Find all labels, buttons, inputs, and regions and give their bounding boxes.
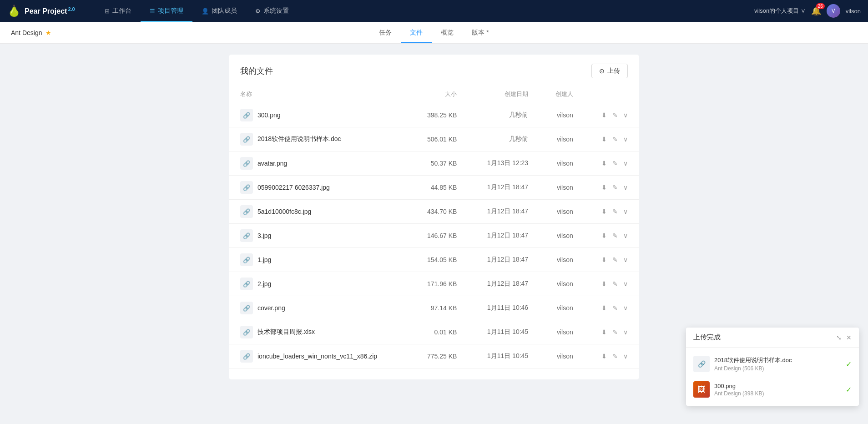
file-name-cell: 🔗 300.png xyxy=(229,103,409,127)
file-size: 775.25 KB xyxy=(409,344,468,368)
more-icon[interactable]: ∨ xyxy=(623,111,628,119)
nav-project[interactable]: ☰ 项目管理 xyxy=(141,0,192,22)
nav-team[interactable]: 👤 团队成员 xyxy=(192,0,246,22)
file-date: 1月11日 10:45 xyxy=(468,320,539,344)
file-type-icon: 🔗 xyxy=(240,229,253,242)
edit-icon[interactable]: ✎ xyxy=(612,184,618,191)
file-name-cell: 🔗 1.jpg xyxy=(229,248,409,272)
upload-item: 🖼 300.png Ant Design (398 KB) ✓ xyxy=(686,377,859,402)
download-icon[interactable]: ⬇ xyxy=(601,280,607,288)
file-date: 1月12日 18:47 xyxy=(468,224,539,248)
file-creator: vilson xyxy=(539,151,584,176)
download-icon[interactable]: ⬇ xyxy=(601,136,607,143)
table-row: 🔗 1.jpg 154.05 KB 1月12日 18:47 vilson ⬇ ✎… xyxy=(229,248,639,272)
file-name-cell: 🔗 avatar.png xyxy=(229,151,409,176)
more-icon[interactable]: ∨ xyxy=(623,280,628,288)
tab-task[interactable]: 任务 xyxy=(370,22,401,43)
file-date: 几秒前 xyxy=(468,103,539,127)
download-icon[interactable]: ⬇ xyxy=(601,111,607,119)
more-icon[interactable]: ∨ xyxy=(623,184,628,191)
file-name-cell: 🔗 2.jpg xyxy=(229,272,409,296)
download-icon[interactable]: ⬇ xyxy=(601,353,607,360)
file-creator: vilson xyxy=(539,127,584,151)
nav-right: vilson的个人项目 ∨ 🔔 26 V vilson xyxy=(747,4,868,18)
file-name[interactable]: 2.jpg xyxy=(257,280,271,288)
nav-workbench[interactable]: ⊞ 工作台 xyxy=(96,0,141,22)
star-icon[interactable]: ★ xyxy=(45,29,51,36)
tab-overview[interactable]: 概览 xyxy=(432,22,463,43)
table-row: 🔗 cover.png 97.14 KB 1月11日 10:46 vilson … xyxy=(229,296,639,320)
file-date: 几秒前 xyxy=(468,127,539,151)
edit-icon[interactable]: ✎ xyxy=(612,232,618,239)
file-creator: vilson xyxy=(539,344,584,368)
download-icon[interactable]: ⬇ xyxy=(601,184,607,191)
upload-check-icon: ✓ xyxy=(846,360,852,368)
tab-group: 任务 文件 概览 版本 * xyxy=(370,22,498,43)
file-date: 1月12日 18:47 xyxy=(468,176,539,200)
download-icon[interactable]: ⬇ xyxy=(601,160,607,167)
file-name[interactable]: 300.png xyxy=(257,111,281,119)
user-project-selector[interactable]: vilson的个人项目 ∨ xyxy=(754,7,806,15)
notification-badge: 26 xyxy=(816,3,825,9)
more-icon[interactable]: ∨ xyxy=(623,232,628,239)
download-icon[interactable]: ⬇ xyxy=(601,304,607,312)
close-icon[interactable]: ✕ xyxy=(846,334,852,341)
file-name[interactable]: 5a1d10000fc8c.jpg xyxy=(257,208,311,215)
file-creator: vilson xyxy=(539,200,584,224)
table-header-row: 名称 大小 创建日期 创建人 xyxy=(229,86,639,103)
more-icon[interactable]: ∨ xyxy=(623,208,628,215)
edit-icon[interactable]: ✎ xyxy=(612,208,618,215)
more-icon[interactable]: ∨ xyxy=(623,136,628,143)
upload-file-icon: 🔗 xyxy=(693,356,710,372)
download-icon[interactable]: ⬇ xyxy=(601,328,607,336)
file-type-icon: 🔗 xyxy=(240,302,253,314)
download-icon[interactable]: ⬇ xyxy=(601,232,607,239)
more-icon[interactable]: ∨ xyxy=(623,160,628,167)
file-name[interactable]: avatar.png xyxy=(257,160,287,167)
file-name[interactable]: cover.png xyxy=(257,304,285,312)
file-name[interactable]: ioncube_loaders_win_nonts_vc11_x86.zip xyxy=(257,353,377,360)
edit-icon[interactable]: ✎ xyxy=(612,304,618,312)
more-icon[interactable]: ∨ xyxy=(623,304,628,312)
file-type-icon: 🔗 xyxy=(240,326,253,338)
project-name: Ant Design xyxy=(11,29,42,36)
file-name[interactable]: 3.jpg xyxy=(257,232,271,239)
edit-icon[interactable]: ✎ xyxy=(612,111,618,119)
file-name-cell: 🔗 ioncube_loaders_win_nonts_vc11_x86.zip xyxy=(229,344,409,368)
file-creator: vilson xyxy=(539,296,584,320)
user-avatar[interactable]: V xyxy=(827,4,840,18)
file-creator: vilson xyxy=(539,248,584,272)
file-creator: vilson xyxy=(539,224,584,248)
edit-icon[interactable]: ✎ xyxy=(612,136,618,143)
file-name[interactable]: 0599002217 6026337.jpg xyxy=(257,184,330,191)
upload-button[interactable]: ⊙ 上传 xyxy=(591,64,628,78)
tab-task-label: 任务 xyxy=(379,29,392,37)
edit-icon[interactable]: ✎ xyxy=(612,353,618,360)
file-size: 154.05 KB xyxy=(409,248,468,272)
file-type-icon: 🔗 xyxy=(240,253,253,266)
minimize-icon[interactable]: ⤡ xyxy=(836,334,842,341)
nav-settings[interactable]: ⚙ 系统设置 xyxy=(246,0,298,22)
tab-version[interactable]: 版本 * xyxy=(463,22,498,43)
file-size: 171.96 KB xyxy=(409,272,468,296)
file-name[interactable]: 1.jpg xyxy=(257,256,271,263)
file-name[interactable]: 2018软件使用说明书样本.doc xyxy=(257,135,341,143)
tab-file-label: 文件 xyxy=(410,29,423,37)
file-creator: vilson xyxy=(539,103,584,127)
edit-icon[interactable]: ✎ xyxy=(612,280,618,288)
more-icon[interactable]: ∨ xyxy=(623,353,628,360)
tab-file[interactable]: 文件 xyxy=(401,22,432,43)
project-icon: ☰ xyxy=(150,8,155,15)
download-icon[interactable]: ⬇ xyxy=(601,256,607,263)
edit-icon[interactable]: ✎ xyxy=(612,328,618,336)
edit-icon[interactable]: ✎ xyxy=(612,256,618,263)
project-breadcrumb: Ant Design ★ xyxy=(11,29,51,36)
edit-icon[interactable]: ✎ xyxy=(612,160,618,167)
download-icon[interactable]: ⬇ xyxy=(601,208,607,215)
settings-icon: ⚙ xyxy=(255,8,261,15)
notification-bell[interactable]: 🔔 26 xyxy=(811,6,821,16)
more-icon[interactable]: ∨ xyxy=(623,256,628,263)
more-icon[interactable]: ∨ xyxy=(623,328,628,336)
file-name[interactable]: 技术部项目周报.xlsx xyxy=(257,328,315,336)
upload-icon: ⊙ xyxy=(599,67,605,75)
